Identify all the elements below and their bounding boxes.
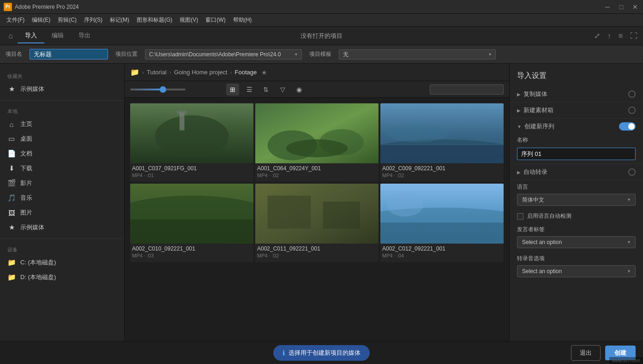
- filter-button[interactable]: ▽: [276, 84, 289, 95]
- search-input[interactable]: [430, 84, 504, 95]
- toolbar-bar: ⊞ ☰ ⇅ ▽ ◉: [125, 81, 509, 98]
- media-meta-1: MP4 · :02: [257, 173, 377, 178]
- sidebar-item-example-media[interactable]: ★ 示例媒体: [0, 220, 124, 235]
- fullscreen-icon[interactable]: ⛶: [629, 31, 638, 41]
- menu-file[interactable]: 文件(F): [3, 15, 28, 25]
- project-template-select[interactable]: 无: [339, 49, 496, 60]
- sidebar-item-downloads[interactable]: ⬇ 下载: [0, 161, 124, 176]
- new-bin-chevron[interactable]: [517, 108, 521, 113]
- menu-edit[interactable]: 编辑(E): [28, 15, 54, 25]
- auto-transcribe-row: 自动转录: [510, 164, 643, 180]
- project-name-label: 项目名: [6, 50, 22, 58]
- project-location-select[interactable]: C:\Users\admin\Documents\Adobe\Premiere …: [145, 49, 302, 60]
- sort-button[interactable]: ⇅: [259, 84, 272, 95]
- project-template-label: 项目模板: [309, 50, 331, 58]
- copy-media-chevron[interactable]: [517, 92, 521, 97]
- project-name-input[interactable]: [30, 49, 108, 60]
- sidebar-item-music[interactable]: 🎵 音乐: [0, 191, 124, 205]
- sidebar-item-home[interactable]: ⌂ 主页: [0, 117, 124, 131]
- project-template-wrapper: 无: [339, 49, 496, 60]
- speaker-tag-wrapper: Select an option: [517, 236, 636, 248]
- thumbnail-size-slider[interactable]: [130, 89, 186, 90]
- breadcrumb-sep-3: ›: [230, 69, 232, 76]
- menu-window[interactable]: 窗口(W): [202, 15, 229, 25]
- language-select[interactable]: 简体中文: [517, 194, 636, 206]
- app-title: Adobe Premiere Pro 2024: [15, 4, 603, 10]
- menu-bar: 文件(F) 编辑(E) 剪辑(C) 序列(S) 标记(M) 图形和标题(G) 视…: [0, 14, 643, 27]
- copy-media-toggle[interactable]: [628, 90, 636, 98]
- sidebar-item-documents[interactable]: 📄 文档: [0, 146, 124, 161]
- breadcrumb-folder-icon: 📁: [130, 68, 139, 77]
- info-icon: ℹ: [282, 349, 285, 357]
- media-item-3[interactable]: A002_C010_092221_001 MP4 · :03: [130, 184, 253, 262]
- cancel-button[interactable]: 退出: [571, 345, 601, 361]
- breadcrumb-sep-2: ›: [169, 69, 171, 76]
- right-panel: 导入设置 复制媒体 新建素材箱 创建新序列: [509, 64, 643, 341]
- menu-help[interactable]: 帮助(H): [229, 15, 256, 25]
- tab-edit[interactable]: 编辑: [44, 29, 71, 43]
- media-item-1[interactable]: A001_C064_09224Y_001 MP4 · :02: [255, 103, 379, 182]
- window-controls: ─ □ ✕: [603, 3, 639, 11]
- menu-sequence[interactable]: 序列(S): [80, 15, 106, 25]
- sequence-name-input[interactable]: [517, 148, 636, 160]
- breadcrumb-sep-1: ›: [142, 69, 144, 76]
- desktop-icon: ▭: [7, 135, 16, 143]
- home-icon: ⌂: [7, 120, 16, 128]
- breadcrumb-item-tutorial[interactable]: Tutorial: [147, 69, 167, 76]
- new-bin-row: 新建素材箱: [510, 102, 643, 119]
- sidebar-item-label: 音乐: [20, 194, 32, 202]
- share-icon[interactable]: ↑: [607, 31, 612, 41]
- media-info-2: A002_C009_092221_001 MP4 · :02: [380, 163, 504, 182]
- media-info-0: A001_C037_0921FG_001 MP4 · :01: [130, 163, 253, 182]
- tab-import[interactable]: 导入: [18, 29, 44, 43]
- media-item-2[interactable]: A002_C009_092221_001 MP4 · :02: [380, 103, 504, 182]
- breadcrumb-item-project[interactable]: Going Home project: [174, 69, 228, 76]
- menu-graphics[interactable]: 图形和标题(G): [133, 15, 176, 25]
- sidebar-item-example-media-fav[interactable]: ★ 示例媒体: [0, 82, 124, 96]
- home-button[interactable]: ⌂: [4, 29, 18, 43]
- sidebar-item-movies[interactable]: 🎬 影片: [0, 176, 124, 191]
- list-view-button[interactable]: ☰: [243, 84, 256, 95]
- breadcrumb-item-footage[interactable]: Footage: [235, 69, 257, 76]
- auto-transcribe-chevron[interactable]: [517, 170, 521, 175]
- sidebar-item-pictures[interactable]: 🖼 图片: [0, 205, 124, 220]
- sidebar-item-d-drive[interactable]: 📁 D: (本地磁盘): [0, 270, 124, 285]
- bottom-info-box: ℹ 选择用于创建新项目的媒体: [273, 345, 370, 361]
- sidebar-item-desktop[interactable]: ▭ 桌面: [0, 131, 124, 146]
- grid-view-button[interactable]: ⊞: [226, 84, 239, 95]
- create-sequence-toggle[interactable]: [619, 122, 636, 131]
- eye-button[interactable]: ◉: [293, 84, 306, 95]
- settings-icon[interactable]: ≡: [618, 31, 624, 41]
- top-nav: ⌂ 导入 编辑 导出 没有打开的项目 ⤢ ↑ ≡ ⛶: [0, 27, 643, 45]
- project-location-label: 项目位置: [115, 50, 138, 58]
- sidebar-item-label: 主页: [20, 120, 32, 128]
- menu-marker[interactable]: 标记(M): [106, 15, 133, 25]
- media-thumbnail-5: [380, 184, 504, 244]
- expand-icon[interactable]: ⤢: [593, 30, 601, 41]
- menu-view[interactable]: 视图(V): [176, 15, 202, 25]
- auto-transcribe-toggle[interactable]: [628, 168, 636, 176]
- picture-icon: 🖼: [7, 209, 16, 217]
- media-meta-5: MP4 · :04: [382, 253, 502, 258]
- breadcrumb-star-icon[interactable]: ★: [261, 69, 267, 76]
- lang-auto-detect-checkbox[interactable]: [517, 213, 523, 220]
- project-location-wrapper: C:\Users\admin\Documents\Adobe\Premiere …: [145, 49, 302, 60]
- media-item-5[interactable]: A002_C012_092221_001 MP4 · :04: [380, 184, 504, 262]
- tab-export[interactable]: 导出: [71, 29, 98, 43]
- transcribe-options-select[interactable]: Select an option: [517, 265, 636, 277]
- star-icon-local: ★: [7, 223, 16, 232]
- sidebar-favorites-label: 收藏夹: [0, 69, 124, 82]
- media-item-0[interactable]: A001_C037_0921FG_001 MP4 · :01: [130, 103, 253, 182]
- media-meta-2: MP4 · :02: [382, 173, 502, 178]
- speaker-tag-select[interactable]: Select an option: [517, 236, 636, 248]
- minimize-button[interactable]: ─: [603, 3, 612, 11]
- create-sequence-chevron[interactable]: [517, 124, 522, 129]
- close-button[interactable]: ✕: [631, 3, 639, 11]
- maximize-button[interactable]: □: [617, 3, 625, 11]
- menu-clip[interactable]: 剪辑(C): [54, 15, 80, 25]
- media-item-4[interactable]: A002_C011_092221_001 MP4 · :02: [255, 184, 379, 262]
- sidebar-item-c-drive[interactable]: 📁 C: (本地磁盘): [0, 255, 124, 270]
- media-thumbnail-2: [380, 103, 504, 163]
- new-bin-toggle[interactable]: [628, 107, 636, 114]
- sidebar: 收藏夹 ★ 示例媒体 本地 ⌂ 主页 ▭ 桌面 📄 文档 ⬇ 下载 🎬 影片 🎵: [0, 64, 125, 341]
